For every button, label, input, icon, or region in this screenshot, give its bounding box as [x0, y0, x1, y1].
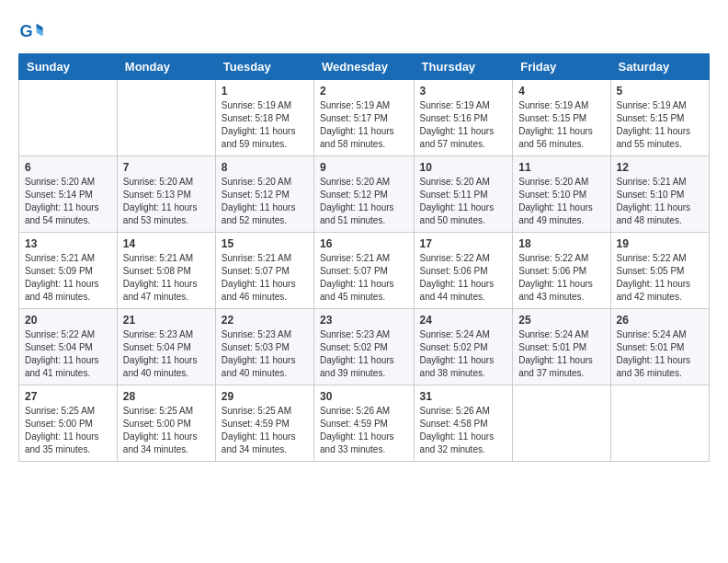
- day-info: Sunrise: 5:20 AMSunset: 5:11 PMDaylight:…: [420, 176, 507, 227]
- calendar-cell: [610, 385, 709, 462]
- calendar-cell: 4Sunrise: 5:19 AMSunset: 5:15 PMDaylight…: [513, 80, 610, 156]
- weekday-header-friday: Friday: [513, 54, 610, 80]
- day-info: Sunrise: 5:20 AMSunset: 5:10 PMDaylight:…: [518, 176, 604, 227]
- day-number: 12: [617, 161, 703, 174]
- day-number: 9: [320, 161, 408, 174]
- day-info: Sunrise: 5:23 AMSunset: 5:04 PMDaylight:…: [123, 328, 210, 380]
- day-number: 22: [222, 314, 308, 327]
- calendar-cell: 19Sunrise: 5:22 AMSunset: 5:05 PMDayligh…: [610, 233, 709, 309]
- day-number: 16: [320, 237, 408, 250]
- calendar-cell: 16Sunrise: 5:21 AMSunset: 5:07 PMDayligh…: [314, 233, 415, 309]
- day-info: Sunrise: 5:25 AMSunset: 5:00 PMDaylight:…: [123, 405, 210, 456]
- calendar-cell: [19, 80, 118, 156]
- day-info: Sunrise: 5:21 AMSunset: 5:08 PMDaylight:…: [123, 252, 210, 304]
- weekday-header-monday: Monday: [117, 54, 215, 80]
- calendar-cell: 9Sunrise: 5:20 AMSunset: 5:12 PMDaylight…: [314, 156, 415, 233]
- logo: G: [18, 18, 48, 44]
- day-info: Sunrise: 5:21 AMSunset: 5:09 PMDaylight:…: [25, 252, 111, 304]
- calendar-cell: 21Sunrise: 5:23 AMSunset: 5:04 PMDayligh…: [117, 309, 215, 385]
- day-number: 24: [420, 314, 507, 327]
- weekday-header-sunday: Sunday: [19, 54, 118, 80]
- day-number: 20: [25, 314, 111, 327]
- day-info: Sunrise: 5:19 AMSunset: 5:18 PMDaylight:…: [222, 99, 308, 151]
- day-info: Sunrise: 5:24 AMSunset: 5:02 PMDaylight:…: [420, 328, 507, 380]
- day-number: 3: [420, 85, 507, 98]
- day-info: Sunrise: 5:23 AMSunset: 5:02 PMDaylight:…: [320, 328, 408, 380]
- day-number: 8: [222, 161, 308, 174]
- weekday-header-thursday: Thursday: [414, 54, 513, 80]
- day-number: 31: [420, 390, 507, 403]
- day-info: Sunrise: 5:20 AMSunset: 5:13 PMDaylight:…: [123, 176, 210, 227]
- day-info: Sunrise: 5:26 AMSunset: 4:59 PMDaylight:…: [320, 405, 408, 456]
- calendar-cell: 26Sunrise: 5:24 AMSunset: 5:01 PMDayligh…: [610, 309, 709, 385]
- day-info: Sunrise: 5:26 AMSunset: 4:58 PMDaylight:…: [420, 405, 507, 456]
- day-number: 29: [222, 390, 308, 403]
- day-info: Sunrise: 5:21 AMSunset: 5:07 PMDaylight:…: [320, 252, 408, 304]
- day-number: 28: [123, 390, 210, 403]
- day-number: 27: [25, 390, 111, 403]
- logo-icon: G: [18, 18, 44, 44]
- day-number: 13: [25, 237, 111, 250]
- day-info: Sunrise: 5:22 AMSunset: 5:04 PMDaylight:…: [25, 328, 111, 380]
- calendar-cell: 10Sunrise: 5:20 AMSunset: 5:11 PMDayligh…: [414, 156, 513, 233]
- day-info: Sunrise: 5:19 AMSunset: 5:15 PMDaylight:…: [617, 99, 703, 151]
- day-info: Sunrise: 5:22 AMSunset: 5:05 PMDaylight:…: [617, 252, 703, 304]
- calendar-week-3: 13Sunrise: 5:21 AMSunset: 5:09 PMDayligh…: [19, 233, 710, 309]
- calendar-week-2: 6Sunrise: 5:20 AMSunset: 5:14 PMDaylight…: [19, 156, 710, 233]
- calendar-week-5: 27Sunrise: 5:25 AMSunset: 5:00 PMDayligh…: [19, 385, 710, 462]
- day-info: Sunrise: 5:20 AMSunset: 5:12 PMDaylight:…: [222, 176, 308, 227]
- calendar-cell: 27Sunrise: 5:25 AMSunset: 5:00 PMDayligh…: [19, 385, 118, 462]
- weekday-header-tuesday: Tuesday: [215, 54, 313, 80]
- day-number: 11: [518, 161, 604, 174]
- day-info: Sunrise: 5:20 AMSunset: 5:14 PMDaylight:…: [25, 176, 111, 227]
- calendar-cell: 29Sunrise: 5:25 AMSunset: 4:59 PMDayligh…: [215, 385, 313, 462]
- weekday-header-row: SundayMondayTuesdayWednesdayThursdayFrid…: [19, 54, 710, 80]
- weekday-header-wednesday: Wednesday: [314, 54, 415, 80]
- calendar-cell: [513, 385, 610, 462]
- day-info: Sunrise: 5:20 AMSunset: 5:12 PMDaylight:…: [320, 176, 408, 227]
- day-number: 30: [320, 390, 408, 403]
- day-number: 17: [420, 237, 507, 250]
- day-number: 6: [25, 161, 111, 174]
- day-info: Sunrise: 5:24 AMSunset: 5:01 PMDaylight:…: [617, 328, 703, 380]
- calendar-cell: 12Sunrise: 5:21 AMSunset: 5:10 PMDayligh…: [610, 156, 709, 233]
- calendar-cell: 15Sunrise: 5:21 AMSunset: 5:07 PMDayligh…: [215, 233, 313, 309]
- day-info: Sunrise: 5:24 AMSunset: 5:01 PMDaylight:…: [518, 328, 604, 380]
- day-number: 19: [617, 237, 703, 250]
- calendar-cell: 7Sunrise: 5:20 AMSunset: 5:13 PMDaylight…: [117, 156, 215, 233]
- day-number: 18: [518, 237, 604, 250]
- day-info: Sunrise: 5:19 AMSunset: 5:16 PMDaylight:…: [420, 99, 507, 151]
- day-number: 23: [320, 314, 408, 327]
- day-number: 2: [320, 85, 408, 98]
- calendar-cell: 30Sunrise: 5:26 AMSunset: 4:59 PMDayligh…: [314, 385, 415, 462]
- day-number: 7: [123, 161, 210, 174]
- day-number: 4: [518, 85, 604, 98]
- calendar-table: SundayMondayTuesdayWednesdayThursdayFrid…: [18, 53, 710, 462]
- calendar-cell: 1Sunrise: 5:19 AMSunset: 5:18 PMDaylight…: [215, 80, 313, 156]
- calendar-week-1: 1Sunrise: 5:19 AMSunset: 5:18 PMDaylight…: [19, 80, 710, 156]
- calendar-cell: 5Sunrise: 5:19 AMSunset: 5:15 PMDaylight…: [610, 80, 709, 156]
- calendar-cell: 25Sunrise: 5:24 AMSunset: 5:01 PMDayligh…: [513, 309, 610, 385]
- day-info: Sunrise: 5:23 AMSunset: 5:03 PMDaylight:…: [222, 328, 308, 380]
- day-info: Sunrise: 5:22 AMSunset: 5:06 PMDaylight:…: [518, 252, 604, 304]
- day-info: Sunrise: 5:22 AMSunset: 5:06 PMDaylight:…: [420, 252, 507, 304]
- calendar-cell: 6Sunrise: 5:20 AMSunset: 5:14 PMDaylight…: [19, 156, 118, 233]
- day-number: 25: [518, 314, 604, 327]
- day-number: 26: [617, 314, 703, 327]
- day-info: Sunrise: 5:19 AMSunset: 5:17 PMDaylight:…: [320, 99, 408, 151]
- day-info: Sunrise: 5:21 AMSunset: 5:07 PMDaylight:…: [222, 252, 308, 304]
- calendar-cell: 18Sunrise: 5:22 AMSunset: 5:06 PMDayligh…: [513, 233, 610, 309]
- day-info: Sunrise: 5:19 AMSunset: 5:15 PMDaylight:…: [518, 99, 604, 151]
- calendar-cell: 28Sunrise: 5:25 AMSunset: 5:00 PMDayligh…: [117, 385, 215, 462]
- calendar-cell: 14Sunrise: 5:21 AMSunset: 5:08 PMDayligh…: [117, 233, 215, 309]
- calendar-cell: 8Sunrise: 5:20 AMSunset: 5:12 PMDaylight…: [215, 156, 313, 233]
- page-header: G: [18, 18, 710, 44]
- calendar-cell: 22Sunrise: 5:23 AMSunset: 5:03 PMDayligh…: [215, 309, 313, 385]
- calendar-cell: 13Sunrise: 5:21 AMSunset: 5:09 PMDayligh…: [19, 233, 118, 309]
- calendar-cell: 20Sunrise: 5:22 AMSunset: 5:04 PMDayligh…: [19, 309, 118, 385]
- day-info: Sunrise: 5:25 AMSunset: 5:00 PMDaylight:…: [25, 405, 111, 456]
- day-number: 21: [123, 314, 210, 327]
- calendar-cell: 2Sunrise: 5:19 AMSunset: 5:17 PMDaylight…: [314, 80, 415, 156]
- day-number: 14: [123, 237, 210, 250]
- svg-text:G: G: [19, 22, 32, 40]
